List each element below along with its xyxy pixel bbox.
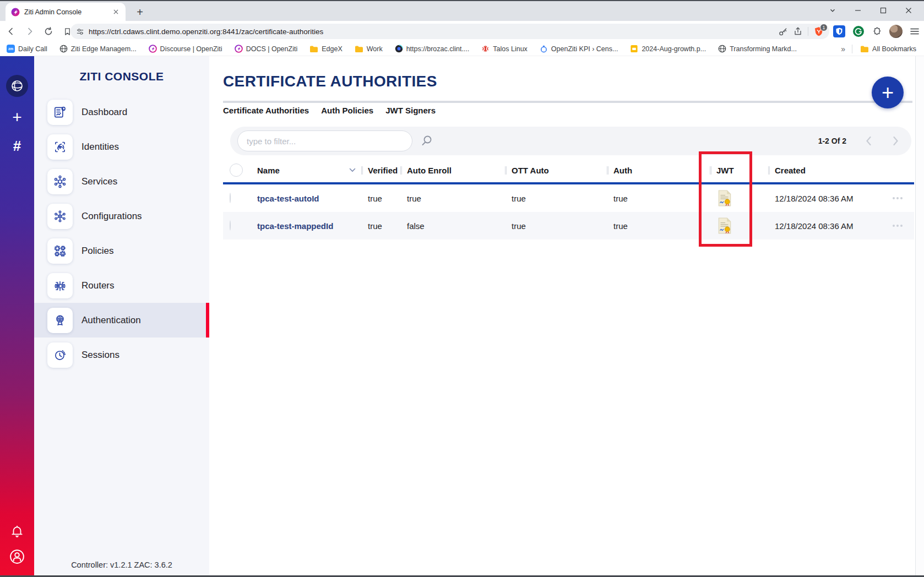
omnibox-divider: [808, 27, 808, 36]
sidebar-item-sessions[interactable]: Sessions: [34, 338, 209, 372]
bookmark-daily-call[interactable]: zm Daily Call: [7, 45, 47, 53]
sidebar-item-dashboard[interactable]: Dashboard: [34, 95, 209, 129]
sidebar-item-label: Sessions: [81, 350, 119, 361]
minimize-icon[interactable]: [852, 5, 863, 16]
bookmarks-divider: [852, 45, 852, 53]
shield-badge: 1: [820, 24, 828, 31]
page-tabs: Certificate Authorities Auth Policies JW…: [223, 106, 436, 115]
close-icon[interactable]: [903, 5, 914, 16]
medal-icon: [47, 308, 73, 333]
page-title: CERTIFICATE AUTHORITIES: [223, 73, 437, 90]
url-text[interactable]: https://ctrl.cdaws.clint.demo.openziti.o…: [89, 28, 774, 36]
filter-bar: 1-2 Of 2: [230, 127, 911, 155]
bookmark-folder-edgex[interactable]: EdgeX: [309, 45, 343, 53]
clock-icon: [47, 342, 73, 368]
bookmark-folder-work[interactable]: Work: [355, 45, 383, 53]
bookmarks-overflow-icon[interactable]: »: [841, 45, 844, 53]
bookmark-openziti-kpi[interactable]: OpenZiti KPI › Cens...: [540, 45, 618, 53]
bookmark-docs-openziti[interactable]: DOCS | OpenZiti: [235, 45, 298, 53]
password-key-icon[interactable]: [779, 27, 788, 36]
column-header-created: Created: [768, 164, 881, 176]
dashboard-icon: [47, 100, 73, 125]
page-scrollbar[interactable]: [915, 56, 924, 575]
forward-icon[interactable]: [22, 24, 37, 39]
pagination-label: 1-2 Of 2: [818, 137, 846, 145]
ring-icon: [540, 45, 548, 53]
row-menu-icon[interactable]: [881, 225, 914, 227]
table-header: Name Verified Auto Enroll OTT Auto Auth …: [223, 159, 914, 182]
brave-shield-icon[interactable]: 1: [814, 26, 824, 36]
gears-icon: [47, 238, 73, 264]
talos-icon: [481, 45, 490, 53]
openziti-favicon: [11, 8, 20, 17]
window-top-edge: [0, 0, 924, 1]
column-header-auth: Auth: [607, 164, 710, 176]
tab-certificate-authorities[interactable]: Certificate Authorities: [223, 106, 309, 115]
profile-avatar[interactable]: [889, 25, 903, 38]
site-settings-icon[interactable]: [76, 28, 84, 36]
sidebar-item-label: Policies: [81, 246, 114, 257]
search-icon[interactable]: [420, 134, 433, 148]
auto-enroll-value: true: [400, 194, 505, 203]
menu-icon[interactable]: [910, 26, 920, 36]
row-checkbox[interactable]: [230, 220, 231, 231]
rail-add-icon[interactable]: +: [12, 108, 22, 127]
bookmark-growth-doc[interactable]: 2024-Aug-growth.p...: [630, 45, 706, 53]
sidebar-nav: Dashboard Identities Services: [34, 95, 209, 372]
next-page-icon[interactable]: [892, 136, 899, 146]
ott-auto-value: true: [505, 194, 607, 203]
address-bar[interactable]: https://ctrl.cdaws.clint.demo.openziti.o…: [70, 24, 829, 39]
back-icon[interactable]: [3, 24, 19, 39]
prev-page-icon[interactable]: [865, 136, 872, 146]
header-select-all[interactable]: [223, 164, 251, 176]
sidebar-item-authentication[interactable]: Authentication: [34, 303, 209, 338]
row-checkbox[interactable]: [230, 193, 231, 203]
bookmark-ziti-edge[interactable]: Ziti Edge Managem...: [59, 45, 137, 53]
tab-close-icon[interactable]: [111, 8, 120, 17]
bookmark-transforming-markdown[interactable]: Transforming Markd...: [718, 45, 797, 53]
share-icon[interactable]: [793, 27, 802, 36]
ziti-logo[interactable]: [6, 75, 28, 97]
select-all-checkbox[interactable]: [230, 164, 243, 177]
sidebar-item-identities[interactable]: Identities: [34, 129, 209, 164]
new-tab-button[interactable]: +: [132, 4, 148, 20]
jwt-cell: [710, 217, 768, 234]
title-divider: [223, 101, 912, 103]
filter-input[interactable]: [237, 130, 412, 151]
rail-hash-icon[interactable]: #: [13, 138, 21, 155]
ca-name-link[interactable]: tpca-test-autoId: [251, 194, 361, 203]
add-certificate-authority-button[interactable]: +: [872, 77, 904, 108]
bookmark-talos[interactable]: Talos Linux: [481, 45, 528, 53]
tab-auth-policies[interactable]: Auth Policies: [321, 106, 373, 115]
table-row: tpca-test-autoId true true true true 12/…: [223, 184, 914, 212]
all-bookmarks-button[interactable]: All Bookmarks: [860, 45, 916, 53]
sidebar-item-label: Identities: [81, 141, 119, 153]
certificate-icon[interactable]: [718, 190, 768, 206]
fingerprint-icon: [47, 134, 73, 160]
maximize-icon[interactable]: [878, 5, 889, 16]
bookmark-discourse[interactable]: Discourse | OpenZiti: [149, 45, 222, 53]
notifications-bell-icon[interactable]: [10, 524, 24, 538]
bookmark-brozac[interactable]: https://brozac.clint....: [395, 45, 470, 53]
grammarly-icon[interactable]: [852, 25, 865, 37]
sort-chevron-icon[interactable]: [349, 168, 356, 172]
certificate-icon[interactable]: [718, 217, 768, 234]
openziti-icon: [235, 45, 243, 53]
openziti-icon: [149, 45, 157, 53]
bitwarden-icon[interactable]: [833, 25, 845, 37]
tab-jwt-signers[interactable]: JWT Signers: [385, 106, 436, 115]
ca-name-link[interactable]: tpca-test-mappedId: [251, 221, 361, 231]
sidebar-item-configurations[interactable]: Configurations: [34, 199, 209, 233]
sidebar-item-routers[interactable]: Routers: [34, 268, 209, 303]
sidebar-item-policies[interactable]: Policies: [34, 233, 209, 268]
row-menu-icon[interactable]: [881, 197, 914, 199]
reload-icon[interactable]: [41, 24, 56, 39]
account-icon[interactable]: [9, 548, 25, 565]
sidebar-item-services[interactable]: Services: [34, 164, 209, 199]
extensions-puzzle-icon[interactable]: [872, 26, 882, 37]
column-header-name[interactable]: Name: [251, 164, 361, 176]
column-header-jwt: JWT: [710, 164, 768, 176]
tab-search-icon[interactable]: [827, 5, 838, 16]
browser-tab[interactable]: Ziti Admin Console: [6, 3, 126, 21]
column-header-ott-auto: OTT Auto: [505, 164, 607, 176]
